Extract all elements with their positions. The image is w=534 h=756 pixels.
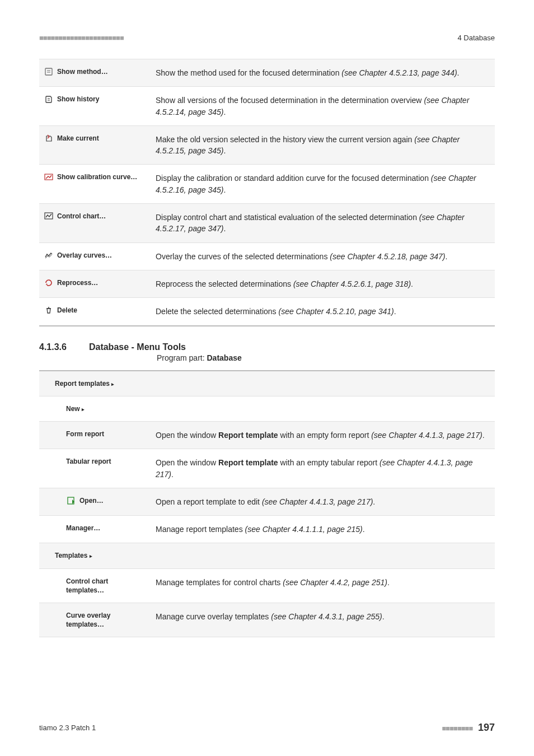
page-header: ■■■■■■■■■■■■■■■■■■■■■■ 4 Database: [39, 34, 495, 42]
page: ■■■■■■■■■■■■■■■■■■■■■■ 4 Database Show m…: [0, 0, 534, 756]
menu-description: Delete the selected determinations (see …: [140, 306, 495, 317]
menu-row: Form reportOpen the window Report templa…: [39, 422, 495, 449]
menu-row: Overlay curves…Overlay the curves of the…: [39, 243, 495, 270]
menu-label-text: Show calibration curve…: [57, 172, 137, 181]
make-current-icon: [44, 134, 54, 143]
method-icon: [44, 67, 54, 76]
menu-label: Templates ▸: [39, 551, 140, 560]
menu-label: Delete: [39, 306, 140, 315]
menu-row: Show calibration curve…Display the calib…: [39, 165, 495, 204]
menu-label-text: Manager…: [66, 524, 100, 533]
menu-row: Templates ▸: [39, 543, 495, 568]
menu-label-text: Show history: [57, 95, 99, 104]
menu-row: Make currentMake the old version selecte…: [39, 126, 495, 165]
header-section: 4 Database: [458, 34, 495, 42]
header-ornament: ■■■■■■■■■■■■■■■■■■■■■■: [39, 34, 124, 42]
menu-row: Control chart templates…Manage templates…: [39, 569, 495, 603]
menu-label-text: Show method…: [57, 67, 108, 76]
reprocess-icon: [44, 278, 54, 287]
menu-description: Display control chart and statistical ev…: [140, 212, 495, 235]
menu-label-text: New ▸: [66, 404, 85, 413]
menu-row: Manager…Manage report templates (see Cha…: [39, 516, 495, 543]
overlay-icon: [44, 251, 54, 260]
menu-row: Report templates ▸: [39, 371, 495, 396]
menu-label: Report templates ▸: [39, 379, 140, 388]
section-number: 4.1.3.6: [39, 342, 67, 352]
menu-description: Open the window Report template with an …: [140, 457, 495, 480]
menu-label: Open…: [39, 496, 140, 505]
footer-page-number: 197: [478, 722, 495, 733]
menu-label-text: Reprocess…: [57, 278, 98, 287]
menu-row: Curve overlay templates…Manage curve ove…: [39, 603, 495, 637]
menu-label: Show method…: [39, 67, 140, 76]
menu-row: Reprocess…Reprocess the selected determi…: [39, 270, 495, 298]
menu-label: Form report: [39, 430, 140, 438]
menu-row: DeleteDelete the selected determinations…: [39, 298, 495, 326]
menu-description: Manage templates for control charts (see…: [140, 577, 495, 588]
svg-rect-0: [45, 68, 52, 75]
menu-label-text: Form report: [66, 430, 104, 438]
menu-description: Show all versions of the focused determi…: [140, 95, 495, 118]
menu-description: Manage curve overlay templates (see Chap…: [140, 611, 495, 622]
menu-row: Control chart…Display control chart and …: [39, 204, 495, 243]
menu-description: Open a report template to edit (see Chap…: [140, 496, 495, 507]
program-part-line: Program part: Database: [157, 353, 495, 362]
menu-row: New ▸: [39, 396, 495, 422]
menu-label: Reprocess…: [39, 278, 140, 287]
menu-description: Open the window Report template with an …: [140, 430, 495, 441]
menu-table-1: Show method…Show the method used for the…: [39, 59, 495, 326]
menu-label-text: Curve overlay templates…: [66, 611, 140, 629]
menu-label: Show calibration curve…: [39, 172, 140, 181]
menu-label: Overlay curves…: [39, 251, 140, 260]
menu-label: New ▸: [39, 404, 140, 413]
menu-label-text: Make current: [57, 134, 99, 143]
menu-label-text: Tabular report: [66, 457, 111, 466]
menu-label: Make current: [39, 134, 140, 143]
program-part-label: Program part:: [157, 353, 207, 362]
footer-ornament: ■■■■■■■■: [442, 724, 473, 732]
menu-description: Make the old version selected in the his…: [140, 134, 495, 157]
menu-row: Tabular reportOpen the window Report tem…: [39, 449, 495, 488]
footer-right: ■■■■■■■■ 197: [442, 722, 495, 734]
menu-table-2: Report templates ▸New ▸Form reportOpen t…: [39, 370, 495, 638]
program-part-value: Database: [207, 353, 241, 362]
menu-label-text: Templates ▸: [55, 551, 92, 560]
chart-icon: [44, 212, 54, 221]
menu-description: Display the calibration or standard addi…: [140, 172, 495, 195]
menu-label: Manager…: [39, 524, 140, 533]
menu-row: Show historyShow all versions of the foc…: [39, 87, 495, 126]
menu-description: Overlay the curves of the selected deter…: [140, 251, 495, 262]
menu-label: Control chart…: [39, 212, 140, 221]
calibration-icon: [44, 172, 54, 181]
section-title: Database - Menu Tools: [89, 342, 186, 352]
menu-row: Open…Open a report template to edit (see…: [39, 488, 495, 516]
menu-label-text: Delete: [57, 306, 77, 315]
history-icon: [44, 95, 54, 104]
open-icon: [66, 496, 76, 505]
menu-label-text: Control chart…: [57, 212, 106, 221]
menu-label-text: Overlay curves…: [57, 251, 112, 260]
menu-description: Show the method used for the focused det…: [140, 67, 495, 78]
menu-label: Show history: [39, 95, 140, 104]
menu-label: Curve overlay templates…: [39, 611, 140, 629]
menu-label: Tabular report: [39, 457, 140, 466]
menu-row: Show method…Show the method used for the…: [39, 59, 495, 87]
footer-left: tiamo 2.3 Patch 1: [39, 724, 96, 732]
menu-description: Manage report templates (see Chapter 4.4…: [140, 524, 495, 535]
menu-description: Reprocess the selected determinations (s…: [140, 278, 495, 290]
section-heading: 4.1.3.6 Database - Menu Tools: [39, 342, 495, 352]
menu-label-text: Report templates ▸: [55, 379, 114, 388]
menu-label: Control chart templates…: [39, 577, 140, 595]
menu-label-text: Control chart templates…: [66, 577, 140, 595]
menu-label-text: Open…: [79, 496, 104, 505]
page-footer: tiamo 2.3 Patch 1 ■■■■■■■■ 197: [39, 722, 495, 734]
delete-icon: [44, 306, 54, 315]
